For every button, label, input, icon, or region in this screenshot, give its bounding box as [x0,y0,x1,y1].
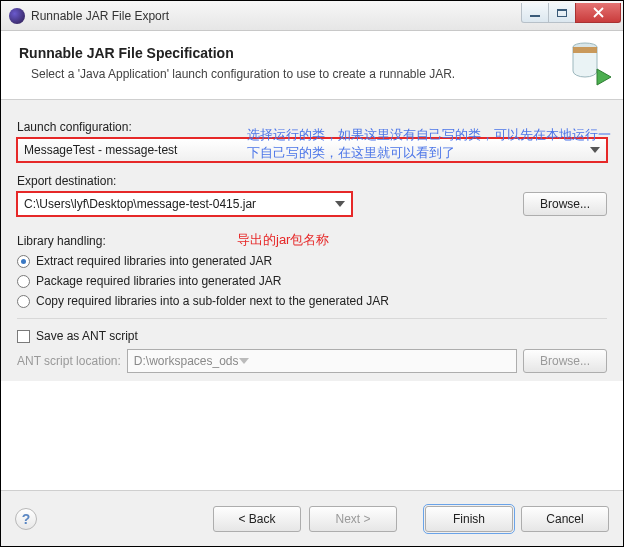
jar-icon [567,39,611,87]
maximize-button[interactable] [548,3,576,23]
title-bar: Runnable JAR File Export [1,1,623,31]
next-button: Next > [309,506,397,532]
library-option-extract[interactable]: Extract required libraries into generate… [17,254,607,268]
export-dest-value: C:\Users\lyf\Desktop\message-test-0415.j… [24,197,256,211]
cancel-button[interactable]: Cancel [521,506,609,532]
library-handling-label: Library handling: [17,234,607,248]
library-option-label: Package required libraries into generate… [36,274,281,288]
back-button[interactable]: < Back [213,506,301,532]
svg-marker-3 [590,147,600,153]
save-ant-checkbox-row[interactable]: Save as ANT script [17,329,607,343]
chevron-down-icon [590,147,600,153]
minimize-button[interactable] [521,3,549,23]
ant-location-value: D:\workspaces_ods [134,354,239,368]
svg-marker-4 [335,201,345,207]
library-option-label: Extract required libraries into generate… [36,254,272,268]
library-option-label: Copy required libraries into a sub-folde… [36,294,389,308]
chevron-down-icon [335,201,345,207]
launch-config-label: Launch configuration: [17,120,607,134]
wizard-header: Runnable JAR File Specification Select a… [1,31,623,100]
chevron-down-icon [239,358,249,364]
save-ant-label: Save as ANT script [36,329,138,343]
launch-config-value: MessageTest - message-test [24,143,177,157]
wizard-content: Launch configuration: MessageTest - mess… [1,100,623,381]
wizard-title: Runnable JAR File Specification [19,45,605,61]
radio-icon [17,255,30,268]
export-dest-label: Export destination: [17,174,607,188]
window-title: Runnable JAR File Export [31,9,522,23]
library-option-copy[interactable]: Copy required libraries into a sub-folde… [17,294,607,308]
export-dest-input[interactable]: C:\Users\lyf\Desktop\message-test-0415.j… [17,192,352,216]
svg-rect-1 [573,47,597,53]
close-button[interactable] [575,3,621,23]
ant-location-input: D:\workspaces_ods [127,349,517,373]
browse-export-button[interactable]: Browse... [523,192,607,216]
ant-location-label: ANT script location: [17,354,121,368]
wizard-subtext: Select a 'Java Application' launch confi… [19,67,605,81]
browse-ant-button: Browse... [523,349,607,373]
svg-marker-2 [597,69,611,85]
wizard-footer: ? < Back Next > Finish Cancel [1,490,623,546]
checkbox-icon [17,330,30,343]
radio-icon [17,275,30,288]
radio-icon [17,295,30,308]
finish-button[interactable]: Finish [425,506,513,532]
library-option-package[interactable]: Package required libraries into generate… [17,274,607,288]
help-icon[interactable]: ? [15,508,37,530]
eclipse-icon [9,8,25,24]
svg-marker-5 [239,358,249,364]
launch-config-combo[interactable]: MessageTest - message-test [17,138,607,162]
